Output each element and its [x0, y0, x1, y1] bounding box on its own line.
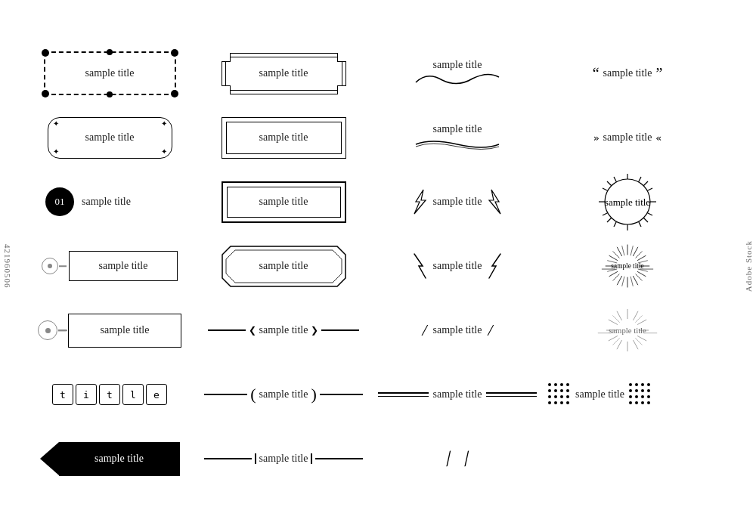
- svg-line-33: [613, 274, 620, 281]
- cell-lightning-up: sample title: [370, 170, 544, 234]
- wing-label: sample title: [433, 123, 482, 135]
- chevron-left-icon: ❮: [249, 325, 256, 336]
- numbered-title: 01 sample title: [45, 187, 174, 216]
- key-t-label: t: [60, 389, 66, 401]
- tee-left-seg: [204, 458, 252, 459]
- tag-sm: sample title: [42, 247, 178, 285]
- cell-quote: “ sample title ”: [544, 42, 711, 106]
- tee-label: sample title: [259, 453, 308, 465]
- cell-arrow-label: sample title: [23, 427, 197, 491]
- rounded-ornate-label: sample title: [85, 131, 135, 144]
- number-circle: 01: [45, 187, 74, 216]
- svg-line-2: [639, 177, 642, 182]
- lightning-left-icon: [412, 188, 429, 215]
- canvas: sample title sample title sample title: [0, 0, 756, 532]
- ornament-br: ✦: [161, 148, 167, 156]
- arrow-left-icon: »: [593, 132, 600, 144]
- tag-box-sm: sample title: [69, 251, 178, 281]
- svg-line-24: [633, 276, 638, 285]
- italic-slash-title: / /: [382, 447, 533, 471]
- dotted-border-box: sample title: [44, 51, 176, 95]
- svg-line-3: [647, 188, 652, 191]
- svg-line-5: [647, 212, 652, 215]
- chevron-right-icon: ❯: [311, 325, 318, 336]
- key-t2-label: t: [107, 389, 113, 401]
- cell-arrow-brackets: » sample title «: [544, 106, 711, 170]
- svg-line-14: [643, 218, 648, 222]
- lightning-dn-label: sample title: [433, 260, 482, 272]
- dbl-line-right-top: [486, 392, 537, 394]
- starburst-label: sample title: [605, 196, 651, 208]
- chevron-line-title: ❮ sample title ❯: [208, 324, 359, 336]
- svg-line-49: [637, 336, 646, 341]
- cell-paren-line: ( sample title ): [197, 363, 370, 427]
- inner-double-box: sample title: [222, 117, 346, 159]
- cell-thick-double: sample title: [197, 170, 370, 234]
- svg-line-39: [631, 277, 633, 286]
- swirl-title: sample title: [412, 59, 503, 88]
- svg-line-13: [643, 181, 648, 186]
- cell-inner-double: sample title: [197, 106, 370, 170]
- cell-empty: [544, 427, 711, 491]
- ornament-tl: ✦: [53, 120, 59, 128]
- dbl-line-left-top: [378, 392, 429, 394]
- cell-keyboard: t i t l e: [23, 363, 197, 427]
- paren-close-icon: ): [311, 386, 316, 403]
- slash-label: sample title: [433, 324, 482, 336]
- dbl-line-left: [378, 392, 429, 397]
- svg-line-23: [637, 271, 646, 277]
- arrow-right-icon: «: [655, 132, 662, 144]
- svg-line-59: [612, 338, 619, 345]
- stockid-container: 421960506: [0, 0, 15, 532]
- octagonal-outer: sample title: [222, 246, 346, 287]
- sunburst-lg-wrap: sample title: [578, 236, 677, 296]
- rounded-ornate-box: ✦ ✦ ✦ ✦ sample title: [48, 117, 172, 159]
- svg-line-53: [609, 336, 618, 341]
- lightning-dn-title: sample title: [382, 252, 533, 280]
- cell-wing: sample title: [370, 106, 544, 170]
- tag-sm-label: sample title: [99, 260, 148, 272]
- close-quote-icon: ”: [655, 65, 662, 82]
- quote-title: “ sample title ”: [593, 65, 663, 82]
- svg-line-60: [612, 315, 619, 322]
- svg-line-30: [617, 247, 622, 256]
- tee-right-seg: [315, 458, 363, 459]
- arrow-bracket-title: » sample title «: [593, 131, 662, 144]
- cell-swirl: sample title: [370, 42, 544, 106]
- svg-line-16: [607, 181, 612, 186]
- arrow-bracket-label: sample title: [603, 131, 652, 144]
- svg-line-56: [617, 311, 622, 320]
- corner-tr: [337, 53, 346, 62]
- tee-right-end-icon: [311, 453, 312, 464]
- watermark-text: Adobe Stock: [744, 240, 753, 292]
- svg-line-35: [631, 246, 633, 255]
- dbl-line-right: [486, 392, 537, 397]
- cell-double-line: sample title: [370, 363, 544, 427]
- cell-elegant-rect: sample title: [197, 42, 370, 106]
- svg-line-27: [609, 271, 618, 277]
- ornament-bl: ✦: [53, 148, 59, 156]
- sunburst-lg-icon: sample title: [578, 236, 677, 296]
- paren-label: sample title: [259, 388, 308, 401]
- cell-tag-lg: sample title: [23, 298, 197, 363]
- svg-line-36: [622, 246, 624, 255]
- thick-double-box: sample title: [222, 181, 346, 223]
- cell-chevron-line: ❮ sample title ❯: [197, 298, 370, 363]
- tee-left-end-icon: [255, 453, 256, 464]
- svg-line-15: [607, 218, 612, 222]
- lightning-up-label: sample title: [433, 196, 482, 208]
- lightning-dn-left-icon: [412, 252, 429, 280]
- key-t2: t: [99, 384, 120, 405]
- tag-knot-lg: [38, 320, 57, 340]
- sunburst-sm-icon: sample title: [575, 300, 680, 360]
- chevron-left-line: [208, 329, 246, 331]
- svg-line-20: [633, 247, 638, 256]
- svg-line-46: [633, 311, 638, 320]
- svg-line-6: [639, 221, 642, 227]
- svg-line-47: [637, 320, 646, 325]
- tag-box-lg: sample title: [68, 314, 181, 348]
- key-l-label: l: [130, 389, 136, 401]
- svg-line-11: [603, 188, 608, 191]
- corner-br: [337, 85, 346, 94]
- stock-id-text: 421960506: [3, 244, 12, 289]
